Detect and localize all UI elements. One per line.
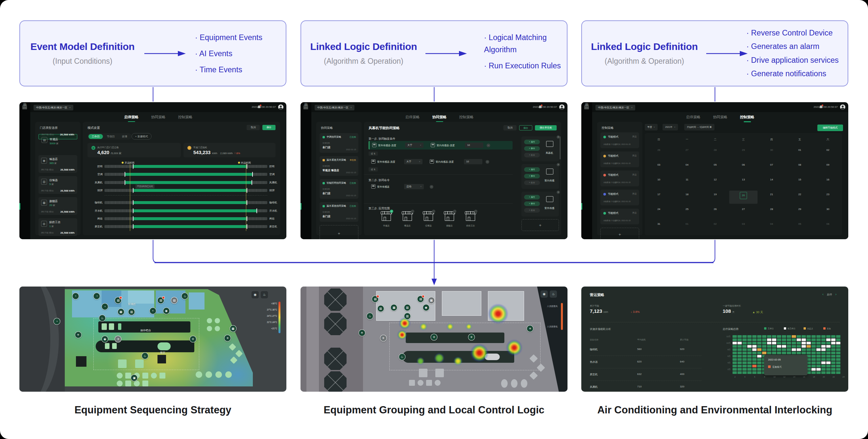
device-icon[interactable]: ✳ — [189, 336, 196, 343]
tab-startstop[interactable]: 启停策略 — [405, 115, 420, 122]
grid-cell[interactable] — [811, 342, 816, 344]
grid-cell[interactable] — [767, 348, 771, 351]
grid-cell[interactable] — [762, 351, 766, 354]
calendar-day[interactable]: 17 — [645, 191, 673, 204]
grid-cell[interactable] — [826, 345, 831, 348]
grid-cell[interactable] — [807, 338, 811, 341]
grid-cell[interactable] — [757, 342, 762, 344]
gantt-bar[interactable] — [133, 201, 247, 204]
grid-cell[interactable] — [757, 355, 762, 358]
grid-cell[interactable] — [836, 362, 840, 364]
grid-cell[interactable] — [738, 345, 742, 348]
grid-cell[interactable] — [821, 365, 826, 367]
shop-scope-item[interactable]: 臻选店 — [398, 211, 416, 227]
gantt-bar[interactable] — [133, 189, 247, 192]
gantt-bar[interactable] — [133, 209, 257, 212]
gantt-track[interactable] — [104, 209, 267, 212]
calendar-day[interactable]: 22 — [786, 191, 814, 204]
grid-cell[interactable] — [742, 351, 747, 354]
grid-cell[interactable] — [752, 365, 756, 367]
add-attribute-button[interactable]: + 属性 — [524, 140, 540, 144]
grid-cell[interactable] — [811, 335, 816, 338]
grid-cell[interactable] — [738, 371, 742, 374]
mode-card[interactable]: 节能模式 开启 设备数量: 5 创建时间: 2022-01-15 — [600, 132, 639, 148]
grid-cell[interactable] — [826, 371, 831, 374]
year-filter[interactable]: 2021年˅ — [662, 124, 678, 130]
grid-cell[interactable] — [826, 355, 831, 358]
location-dropdown[interactable]: 中国/华东北/南京/南京一区˅ — [34, 105, 73, 110]
device-icon[interactable]: ✳ — [359, 329, 365, 336]
grid-cell[interactable] — [747, 338, 752, 341]
grid-cell[interactable] — [757, 365, 762, 367]
grid-cell[interactable] — [826, 335, 831, 338]
mode-chip[interactable]: 工作日 — [88, 134, 103, 139]
gantt-bar[interactable] — [125, 181, 252, 184]
add-attribute-button[interactable]: + 属性 — [524, 167, 540, 172]
add-command-button[interactable]: + 命令 — [524, 208, 540, 213]
grid-cell[interactable] — [816, 358, 820, 361]
mode-card[interactable]: 节能模式 开启 设备数量: 5 创建时间: 2022-01-15 — [600, 190, 639, 205]
add-mode-card[interactable]: + — [600, 228, 639, 239]
device-icon[interactable]: ✳ — [380, 335, 386, 341]
grid-cell[interactable] — [787, 345, 791, 348]
grid-cell[interactable] — [733, 371, 737, 374]
grid-cell[interactable] — [733, 351, 737, 354]
calendar-day[interactable]: 26 — [645, 146, 673, 159]
avatar[interactable] — [840, 104, 845, 110]
calendar-day[interactable]: 03 — [729, 220, 757, 233]
temperature-toggle[interactable]: ♨ — [550, 291, 557, 298]
grid-cell[interactable] — [802, 338, 806, 341]
calendar-day[interactable]: 05 — [786, 220, 814, 233]
grid-cell[interactable] — [747, 351, 752, 354]
grid-cell[interactable] — [816, 351, 820, 354]
people-toggle[interactable]: ◉ — [251, 291, 259, 298]
gantt-bar[interactable] — [133, 225, 247, 228]
calendar-day[interactable]: 28 — [701, 146, 729, 159]
calendar-day[interactable]: 23 — [814, 191, 842, 204]
grid-cell[interactable] — [762, 338, 766, 341]
grid-cell[interactable] — [733, 365, 737, 367]
grid-cell[interactable] — [807, 348, 811, 351]
grid-cell[interactable] — [757, 358, 762, 361]
grid-cell[interactable] — [742, 365, 747, 367]
device-icon[interactable]: ✳ — [431, 334, 438, 340]
calendar-day[interactable]: 03 — [645, 161, 673, 174]
grid-cell[interactable] — [733, 362, 737, 364]
grid-cell[interactable] — [802, 345, 806, 348]
calendar-day[interactable]: 02 — [814, 146, 842, 159]
calendar-day[interactable]: 26 — [701, 205, 729, 218]
grid-cell[interactable] — [792, 342, 796, 344]
grid-cell[interactable] — [747, 335, 752, 338]
device-icon[interactable]: ▦ — [391, 304, 398, 311]
grid-cell[interactable] — [836, 345, 840, 348]
grid-cell[interactable] — [831, 345, 835, 348]
grid-cell[interactable] — [742, 348, 747, 351]
grid-cell[interactable] — [767, 342, 771, 344]
grid-cell[interactable] — [807, 335, 811, 338]
grid-cell[interactable] — [836, 348, 840, 351]
grid-cell[interactable] — [747, 362, 752, 364]
grid-cell[interactable] — [811, 362, 816, 364]
grid-cell[interactable] — [836, 338, 840, 341]
add-attribute-button[interactable]: + 属性 — [524, 195, 540, 199]
grid-cell[interactable] — [821, 362, 826, 364]
grid-cell[interactable] — [772, 345, 776, 348]
grid-cell[interactable] — [826, 348, 831, 351]
device-icon[interactable]: ♨ — [142, 352, 148, 360]
grid-cell[interactable] — [836, 342, 840, 344]
store-card[interactable]: ◍ 烘焙工坊 1 家 潜在节能 (预估) 26,588 kWh — [38, 218, 77, 236]
grid-cell[interactable] — [816, 345, 820, 348]
grid-cell[interactable] — [762, 342, 766, 344]
grid-cell[interactable] — [772, 348, 776, 351]
calendar-day[interactable]: 06 — [814, 220, 842, 233]
location-dropdown[interactable]: 中国/华东北/南京/南京一区˅ — [315, 105, 354, 110]
calendar-day[interactable]: 24 — [645, 205, 673, 218]
device-icon[interactable]: ✳ — [468, 334, 475, 340]
grid-cell[interactable] — [821, 368, 826, 371]
grid-cell[interactable] — [782, 335, 786, 338]
device-icon[interactable]: ▤ — [372, 296, 379, 303]
grid-cell[interactable] — [807, 351, 811, 354]
grid-cell[interactable] — [772, 335, 776, 338]
grid-cell[interactable] — [752, 362, 756, 364]
calendar-day[interactable]: 29 — [729, 146, 757, 159]
